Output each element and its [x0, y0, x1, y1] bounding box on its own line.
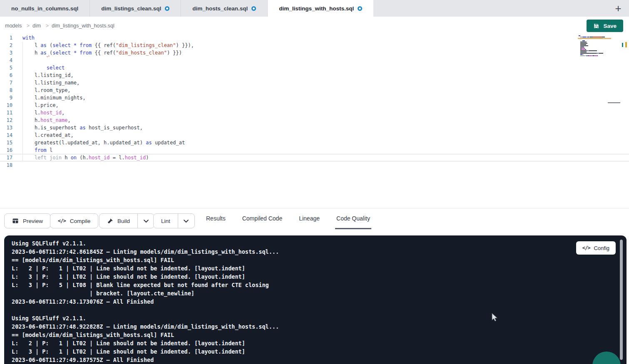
config-button[interactable]: </> Config — [576, 241, 616, 255]
line-number: 17 — [0, 154, 17, 161]
code-token: ) }}), — [176, 42, 194, 48]
panel-tab-lineage[interactable]: Lineage — [298, 208, 321, 229]
preview-button[interactable]: Preview — [4, 213, 51, 228]
line-number: 5 — [0, 64, 17, 72]
code-text: l.listing_name, — [17, 79, 80, 87]
code-line[interactable]: 18 — [0, 161, 629, 169]
terminal-line — [12, 306, 627, 314]
breadcrumb: models > dim > dim_listings_with_hosts.s… — [5, 22, 114, 29]
code-line[interactable]: 17 left join h on (h.host_id = l.host_id… — [0, 154, 629, 161]
terminal-line: L: 3 | P: 1 | LT02 | Line should not be … — [12, 347, 627, 356]
save-button[interactable]: Save — [587, 20, 623, 32]
code-line[interactable]: 2 l as (select * from {{ ref("dim_listin… — [0, 42, 629, 49]
code-token — [22, 155, 35, 161]
terminal-line: Using SQLFluff v2.1.1. — [12, 314, 627, 322]
new-tab-button[interactable]: + — [607, 0, 629, 17]
code-line[interactable]: 12 h.host_name, — [0, 116, 629, 124]
code-icon: </> — [582, 245, 590, 251]
code-text: l.listing_id, — [17, 72, 74, 79]
sql-editor[interactable]: 1 with 2 l as (select * from {{ ref("dim… — [0, 34, 629, 208]
chevron-down-icon — [144, 220, 149, 223]
breadcrumb-item[interactable]: dim — [32, 23, 41, 29]
terminal-line: Using SQLFluff v2.1.1. — [12, 239, 627, 248]
compile-button[interactable]: </> Compile — [50, 213, 98, 228]
code-token: l.minimum_nights, — [22, 95, 86, 101]
code-text: from l — [17, 146, 52, 154]
code-line[interactable]: 8 l.room_type, — [0, 87, 629, 94]
code-line[interactable]: 7 l.listing_name, — [0, 79, 629, 87]
file-tab[interactable]: dim_listings_clean.sql — [90, 0, 181, 17]
minimap[interactable] — [579, 35, 609, 58]
code-token: from — [80, 50, 92, 56]
build-button[interactable]: Build — [99, 214, 137, 228]
terminal-line: == [models/dim/dim_listings_with_hosts.s… — [12, 256, 627, 264]
lint-dropdown-button[interactable] — [178, 214, 194, 228]
code-line[interactable]: 10 l.price, — [0, 102, 629, 109]
code-token: "dim_hosts_clean" — [116, 50, 167, 56]
terminal-line: | bracket. [layout.cte_newline] — [12, 289, 627, 297]
file-tabs: no_nulls_in_columns.sql dim_listings_cle… — [0, 0, 374, 17]
code-token: , — [62, 110, 65, 116]
code-line[interactable]: 15 greatest(l.updated_at, h.updated_at) … — [0, 139, 629, 146]
breadcrumb-item[interactable]: dim_listings_with_hosts.sql — [52, 23, 114, 29]
minimap-slider-edge[interactable] — [608, 102, 620, 103]
file-tab[interactable]: no_nulls_in_columns.sql — [0, 0, 90, 17]
code-token: (h. — [77, 155, 89, 161]
terminal-line: L: 3 | P: 5 | LT08 | Blank line expected… — [12, 281, 627, 289]
code-line[interactable]: 1 with — [0, 34, 629, 42]
overview-ruler-modified-mark — [622, 43, 623, 47]
code-token: as — [40, 42, 46, 48]
minimap-warning-highlight — [578, 38, 611, 39]
code-text: left join h on (h.host_id = l.host_id) — [17, 154, 149, 161]
code-token: l.room_type, — [22, 87, 71, 93]
breadcrumb-item[interactable]: models — [5, 23, 22, 29]
chevron-down-icon — [184, 220, 189, 223]
code-token: host_id — [89, 155, 110, 161]
terminal-scrollbar[interactable] — [620, 240, 623, 360]
code-line[interactable]: 9 l.minimum_nights, — [0, 94, 629, 102]
code-token: h — [22, 50, 40, 56]
code-token: ) }}) — [167, 50, 182, 56]
file-tab[interactable]: dim_hosts_clean.sql — [181, 0, 268, 17]
breadcrumb-separator-icon: > — [46, 23, 49, 29]
code-line[interactable]: 16 from l — [0, 146, 629, 154]
code-text: l.minimum_nights, — [17, 94, 86, 102]
code-token: h.is_superhost — [22, 125, 80, 131]
code-text — [17, 57, 22, 64]
code-token: host_id — [40, 110, 62, 116]
code-token: with — [22, 35, 35, 41]
lint-button[interactable]: Lint — [154, 214, 178, 228]
build-split-button: Build — [99, 213, 154, 228]
code-line[interactable]: 11 l.host_id, — [0, 109, 629, 116]
code-token: h. — [22, 117, 40, 123]
code-line[interactable]: 4 — [0, 57, 629, 64]
code-line[interactable]: 6 l.listing_id, — [0, 72, 629, 79]
panel-tab-compiled-code[interactable]: Compiled Code — [241, 208, 284, 229]
file-tab-label: dim_listings_clean.sql — [101, 5, 161, 12]
code-icon: </> — [58, 218, 66, 224]
build-dropdown-button[interactable] — [137, 214, 154, 228]
save-icon — [593, 23, 599, 29]
file-tab[interactable]: dim_listings_with_hosts.sql — [268, 0, 374, 17]
code-token: l.listing_id, — [22, 72, 74, 78]
code-token: = l. — [110, 155, 125, 161]
code-token: "dim_listings_clean" — [116, 42, 176, 48]
terminal-line: 2023-06-06T11:27:42.861845Z — Linting mo… — [12, 248, 627, 256]
line-number: 16 — [0, 146, 17, 154]
code-text: h.host_name, — [17, 116, 71, 124]
terminal-line: 2023-06-06T11:27:43.173076Z — All Finish… — [12, 297, 627, 306]
code-line[interactable]: 13 h.is_superhost as host_is_superhost, — [0, 124, 629, 131]
panel-tab-results[interactable]: Results — [205, 208, 227, 229]
unsaved-dot-icon — [165, 6, 169, 11]
panel-tab-code-quality[interactable]: Code Quality — [335, 208, 371, 229]
code-text — [17, 161, 22, 169]
code-line[interactable]: 14 l.created_at, — [0, 131, 629, 139]
code-text: h as (select * from {{ ref("dim_hosts_cl… — [17, 49, 182, 57]
code-token: select — [47, 65, 65, 71]
code-token: select — [52, 42, 70, 48]
code-text: select — [17, 64, 65, 72]
code-line[interactable]: 5 select — [0, 64, 629, 72]
code-token: l — [22, 42, 40, 48]
line-number: 15 — [0, 139, 17, 146]
code-line[interactable]: 3 h as (select * from {{ ref("dim_hosts_… — [0, 49, 629, 57]
